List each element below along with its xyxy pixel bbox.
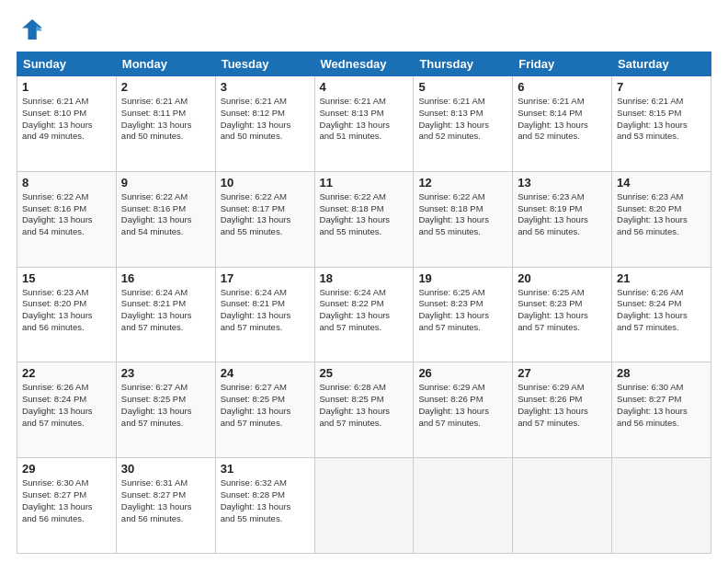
calendar-cell: 28Sunrise: 6:30 AMSunset: 8:27 PMDayligh…	[612, 362, 711, 458]
cell-info: Sunrise: 6:23 AMSunset: 8:19 PMDaylight:…	[518, 191, 607, 238]
day-number: 28	[617, 366, 706, 380]
day-number: 8	[22, 176, 111, 190]
day-number: 5	[418, 80, 507, 94]
cell-info: Sunrise: 6:29 AMSunset: 8:26 PMDaylight:…	[418, 382, 507, 429]
calendar-cell: 18Sunrise: 6:24 AMSunset: 8:22 PMDayligh…	[314, 267, 414, 362]
cell-info: Sunrise: 6:24 AMSunset: 8:21 PMDaylight:…	[221, 287, 310, 334]
day-number: 12	[418, 176, 507, 190]
day-number: 7	[617, 80, 706, 94]
day-number: 22	[22, 366, 111, 380]
calendar-cell: 6Sunrise: 6:21 AMSunset: 8:14 PMDaylight…	[513, 76, 612, 172]
cell-info: Sunrise: 6:21 AMSunset: 8:14 PMDaylight:…	[518, 96, 607, 143]
calendar-week-3: 22Sunrise: 6:26 AMSunset: 8:24 PMDayligh…	[17, 362, 711, 458]
cell-info: Sunrise: 6:22 AMSunset: 8:16 PMDaylight:…	[121, 191, 210, 238]
cell-info: Sunrise: 6:21 AMSunset: 8:13 PMDaylight:…	[320, 96, 409, 143]
calendar-cell: 19Sunrise: 6:25 AMSunset: 8:23 PMDayligh…	[414, 267, 513, 362]
cell-info: Sunrise: 6:21 AMSunset: 8:15 PMDaylight:…	[617, 96, 706, 143]
calendar-cell: 31Sunrise: 6:32 AMSunset: 8:28 PMDayligh…	[215, 458, 314, 554]
cell-info: Sunrise: 6:23 AMSunset: 8:20 PMDaylight:…	[617, 191, 706, 238]
calendar-cell: 12Sunrise: 6:22 AMSunset: 8:18 PMDayligh…	[414, 171, 513, 267]
cell-info: Sunrise: 6:26 AMSunset: 8:24 PMDaylight:…	[617, 287, 706, 334]
calendar-cell: 16Sunrise: 6:24 AMSunset: 8:21 PMDayligh…	[116, 267, 215, 362]
calendar-week-1: 8Sunrise: 6:22 AMSunset: 8:16 PMDaylight…	[17, 171, 711, 267]
cell-info: Sunrise: 6:21 AMSunset: 8:13 PMDaylight:…	[418, 96, 507, 143]
day-number: 10	[221, 176, 310, 190]
day-number: 11	[320, 176, 409, 190]
weekday-header-row: SundayMondayTuesdayWednesdayThursdayFrid…	[17, 52, 711, 76]
cell-info: Sunrise: 6:28 AMSunset: 8:25 PMDaylight:…	[320, 382, 409, 429]
calendar-cell: 17Sunrise: 6:24 AMSunset: 8:21 PMDayligh…	[215, 267, 314, 362]
day-number: 4	[320, 80, 409, 94]
day-number: 1	[22, 80, 111, 94]
calendar-week-4: 29Sunrise: 6:30 AMSunset: 8:27 PMDayligh…	[17, 458, 711, 554]
calendar-cell: 4Sunrise: 6:21 AMSunset: 8:13 PMDaylight…	[314, 76, 414, 172]
calendar-cell: 29Sunrise: 6:30 AMSunset: 8:27 PMDayligh…	[17, 458, 117, 554]
weekday-header-sunday: Sunday	[17, 52, 117, 76]
calendar-cell: 5Sunrise: 6:21 AMSunset: 8:13 PMDaylight…	[414, 76, 513, 172]
day-number: 30	[121, 462, 210, 476]
cell-info: Sunrise: 6:22 AMSunset: 8:16 PMDaylight:…	[22, 191, 111, 238]
calendar-cell	[414, 458, 513, 554]
cell-info: Sunrise: 6:21 AMSunset: 8:11 PMDaylight:…	[121, 96, 210, 143]
calendar-cell: 27Sunrise: 6:29 AMSunset: 8:26 PMDayligh…	[513, 362, 612, 458]
cell-info: Sunrise: 6:30 AMSunset: 8:27 PMDaylight:…	[617, 382, 706, 429]
day-number: 15	[22, 271, 111, 285]
calendar-cell	[314, 458, 414, 554]
day-number: 14	[617, 176, 706, 190]
calendar-cell: 10Sunrise: 6:22 AMSunset: 8:17 PMDayligh…	[215, 171, 314, 267]
logo-icon	[17, 17, 42, 42]
calendar-cell: 7Sunrise: 6:21 AMSunset: 8:15 PMDaylight…	[612, 76, 711, 172]
calendar-cell: 15Sunrise: 6:23 AMSunset: 8:20 PMDayligh…	[17, 267, 117, 362]
cell-info: Sunrise: 6:23 AMSunset: 8:20 PMDaylight:…	[22, 287, 111, 334]
day-number: 27	[518, 366, 607, 380]
day-number: 20	[518, 271, 607, 285]
cell-info: Sunrise: 6:26 AMSunset: 8:24 PMDaylight:…	[22, 382, 111, 429]
cell-info: Sunrise: 6:24 AMSunset: 8:22 PMDaylight:…	[320, 287, 409, 334]
day-number: 6	[518, 80, 607, 94]
day-number: 31	[221, 462, 310, 476]
calendar-cell: 14Sunrise: 6:23 AMSunset: 8:20 PMDayligh…	[612, 171, 711, 267]
calendar-cell	[612, 458, 711, 554]
day-number: 18	[320, 271, 409, 285]
day-number: 2	[121, 80, 210, 94]
weekday-header-friday: Friday	[513, 52, 612, 76]
day-number: 17	[221, 271, 310, 285]
calendar-cell: 30Sunrise: 6:31 AMSunset: 8:27 PMDayligh…	[116, 458, 215, 554]
cell-info: Sunrise: 6:31 AMSunset: 8:27 PMDaylight:…	[121, 477, 210, 524]
cell-info: Sunrise: 6:32 AMSunset: 8:28 PMDaylight:…	[221, 477, 310, 524]
day-number: 19	[418, 271, 507, 285]
calendar-cell: 25Sunrise: 6:28 AMSunset: 8:25 PMDayligh…	[314, 362, 414, 458]
weekday-header-tuesday: Tuesday	[215, 52, 314, 76]
calendar-cell: 1Sunrise: 6:21 AMSunset: 8:10 PMDaylight…	[17, 76, 117, 172]
calendar-cell	[513, 458, 612, 554]
cell-info: Sunrise: 6:22 AMSunset: 8:17 PMDaylight:…	[221, 191, 310, 238]
calendar-cell: 9Sunrise: 6:22 AMSunset: 8:16 PMDaylight…	[116, 171, 215, 267]
calendar-cell: 24Sunrise: 6:27 AMSunset: 8:25 PMDayligh…	[215, 362, 314, 458]
calendar-cell: 8Sunrise: 6:22 AMSunset: 8:16 PMDaylight…	[17, 171, 117, 267]
cell-info: Sunrise: 6:24 AMSunset: 8:21 PMDaylight:…	[121, 287, 210, 334]
calendar-cell: 26Sunrise: 6:29 AMSunset: 8:26 PMDayligh…	[414, 362, 513, 458]
calendar-cell: 3Sunrise: 6:21 AMSunset: 8:12 PMDaylight…	[215, 76, 314, 172]
day-number: 16	[121, 271, 210, 285]
weekday-header-saturday: Saturday	[612, 52, 711, 76]
day-number: 3	[221, 80, 310, 94]
cell-info: Sunrise: 6:22 AMSunset: 8:18 PMDaylight:…	[320, 191, 409, 238]
calendar-cell: 20Sunrise: 6:25 AMSunset: 8:23 PMDayligh…	[513, 267, 612, 362]
day-number: 9	[121, 176, 210, 190]
weekday-header-thursday: Thursday	[414, 52, 513, 76]
calendar-week-2: 15Sunrise: 6:23 AMSunset: 8:20 PMDayligh…	[17, 267, 711, 362]
weekday-header-monday: Monday	[116, 52, 215, 76]
cell-info: Sunrise: 6:29 AMSunset: 8:26 PMDaylight:…	[518, 382, 607, 429]
day-number: 23	[121, 366, 210, 380]
calendar-cell: 2Sunrise: 6:21 AMSunset: 8:11 PMDaylight…	[116, 76, 215, 172]
cell-info: Sunrise: 6:30 AMSunset: 8:27 PMDaylight:…	[22, 477, 111, 524]
day-number: 25	[320, 366, 409, 380]
calendar-cell: 11Sunrise: 6:22 AMSunset: 8:18 PMDayligh…	[314, 171, 414, 267]
calendar-cell: 21Sunrise: 6:26 AMSunset: 8:24 PMDayligh…	[612, 267, 711, 362]
cell-info: Sunrise: 6:21 AMSunset: 8:10 PMDaylight:…	[22, 96, 111, 143]
cell-info: Sunrise: 6:22 AMSunset: 8:18 PMDaylight:…	[418, 191, 507, 238]
cell-info: Sunrise: 6:21 AMSunset: 8:12 PMDaylight:…	[221, 96, 310, 143]
day-number: 21	[617, 271, 706, 285]
cell-info: Sunrise: 6:27 AMSunset: 8:25 PMDaylight:…	[121, 382, 210, 429]
weekday-header-wednesday: Wednesday	[314, 52, 414, 76]
